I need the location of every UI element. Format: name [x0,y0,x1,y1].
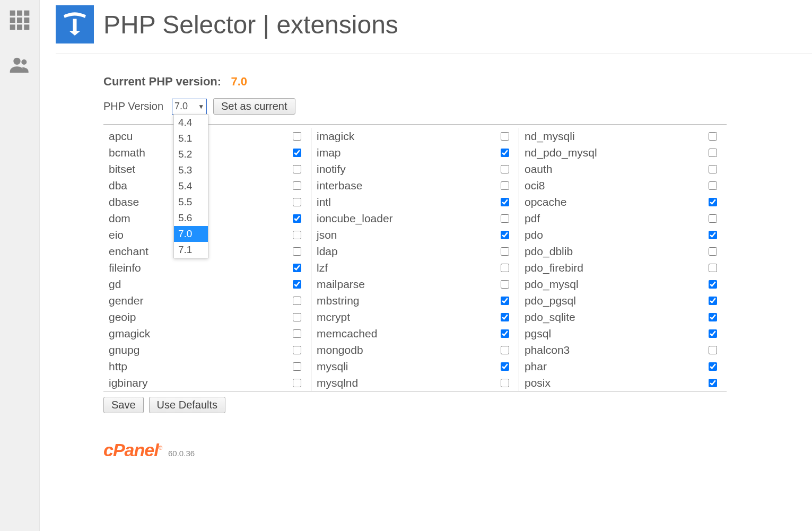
extension-checkbox[interactable] [293,297,301,305]
extension-checkbox[interactable] [501,198,509,206]
extension-row: mongodb [311,342,519,358]
extension-checkbox[interactable] [709,149,717,157]
extension-checkbox[interactable] [709,231,717,239]
extension-checkbox[interactable] [501,132,509,141]
extension-name: bitset [109,163,135,176]
use-defaults-button[interactable]: Use Defaults [149,397,226,413]
set-as-current-button[interactable]: Set as current [213,98,295,115]
extension-row: interbase [311,177,519,194]
php-version-option[interactable]: 5.1 [174,130,208,146]
extension-name: nd_pdo_mysql [525,146,597,159]
extension-checkbox[interactable] [709,313,717,321]
save-button[interactable]: Save [103,397,144,413]
php-version-option[interactable]: 4.4 [174,115,208,130]
extension-checkbox[interactable] [293,264,301,272]
php-version-option[interactable]: 7.1 [174,242,208,258]
extension-row: gd [103,276,311,292]
extension-checkbox[interactable] [501,264,509,272]
php-version-option[interactable]: 5.3 [174,162,208,178]
extension-row: opcache [519,194,727,210]
extension-row: nd_pdo_mysql [519,144,727,161]
extension-checkbox[interactable] [709,165,717,173]
extension-checkbox[interactable] [709,132,717,141]
extension-checkbox[interactable] [709,214,717,223]
extension-checkbox[interactable] [709,379,717,387]
extension-name: json [317,229,337,241]
extension-checkbox[interactable] [293,346,301,354]
extension-checkbox[interactable] [501,297,509,305]
extension-checkbox[interactable] [709,247,717,256]
svg-rect-1 [17,11,22,16]
php-version-select-value: 7.0 [174,101,188,112]
extension-name: pdo_firebird [525,262,583,274]
extension-checkbox[interactable] [709,181,717,190]
extension-row: pdo_mysql [519,276,727,292]
extension-name: gender [109,294,143,307]
page-header: PHP PHP Selector | extensions [56,0,812,54]
extension-checkbox[interactable] [501,362,509,371]
extension-name: oci8 [525,179,545,192]
users-icon[interactable] [9,54,30,77]
extension-checkbox[interactable] [709,198,717,206]
extension-checkbox[interactable] [709,362,717,371]
extension-checkbox[interactable] [709,297,717,305]
extension-checkbox[interactable] [501,165,509,173]
extension-name: interbase [317,179,362,192]
php-version-select[interactable]: 7.0 ▼ [172,99,207,115]
svg-rect-3 [10,18,15,23]
extension-row: gender [103,292,311,309]
extension-row: gnupg [103,342,311,358]
extension-name: gnupg [109,344,139,356]
extension-checkbox[interactable] [709,264,717,272]
extension-name: dom [109,212,130,225]
extension-name: dba [109,179,127,192]
php-version-option[interactable]: 5.6 [174,210,208,226]
page-title: PHP Selector | extensions [103,10,398,39]
extension-row: fileinfo [103,259,311,276]
extension-checkbox[interactable] [293,231,301,239]
extension-checkbox[interactable] [501,231,509,239]
extension-name: mcrypt [317,311,350,324]
extension-checkbox[interactable] [501,379,509,387]
svg-rect-8 [24,24,29,30]
extension-name: gd [109,278,121,291]
extension-checkbox[interactable] [501,346,509,354]
extension-checkbox[interactable] [293,313,301,321]
extension-checkbox[interactable] [293,132,301,141]
current-version-line: Current PHP version: 7.0 [103,75,735,89]
php-version-option[interactable]: 7.0 [174,226,208,242]
extension-checkbox[interactable] [709,329,717,338]
extension-checkbox[interactable] [293,379,301,387]
extension-name: fileinfo [109,262,141,274]
extension-checkbox[interactable] [501,329,509,338]
extension-checkbox[interactable] [293,329,301,338]
extension-row: gmagick [103,325,311,342]
extension-checkbox[interactable] [709,346,717,354]
extension-checkbox[interactable] [501,247,509,256]
extension-checkbox[interactable] [293,362,301,371]
extension-checkbox[interactable] [293,181,301,190]
left-sidebar [0,0,40,531]
php-version-option[interactable]: 5.4 [174,178,208,194]
extension-checkbox[interactable] [501,313,509,321]
extension-checkbox[interactable] [501,181,509,190]
php-version-option[interactable]: 5.5 [174,194,208,210]
extension-checkbox[interactable] [501,214,509,223]
extension-checkbox[interactable] [293,198,301,206]
current-version-value: 7.0 [231,75,247,88]
php-version-dropdown[interactable]: 4.45.15.25.35.45.55.67.07.1 [173,114,208,258]
extension-checkbox[interactable] [293,280,301,289]
extension-row: oci8 [519,177,727,194]
extension-checkbox[interactable] [293,149,301,157]
extension-name: mbstring [317,294,360,307]
extension-row: pdo_sqlite [519,309,727,325]
php-version-option[interactable]: 5.2 [174,146,208,162]
extension-checkbox[interactable] [293,214,301,223]
extension-row: mysqlnd [311,375,519,391]
extension-checkbox[interactable] [501,149,509,157]
extension-checkbox[interactable] [501,280,509,289]
apps-grid-icon[interactable] [9,10,30,33]
extension-checkbox[interactable] [709,280,717,289]
extension-checkbox[interactable] [293,165,301,173]
extension-checkbox[interactable] [293,247,301,256]
